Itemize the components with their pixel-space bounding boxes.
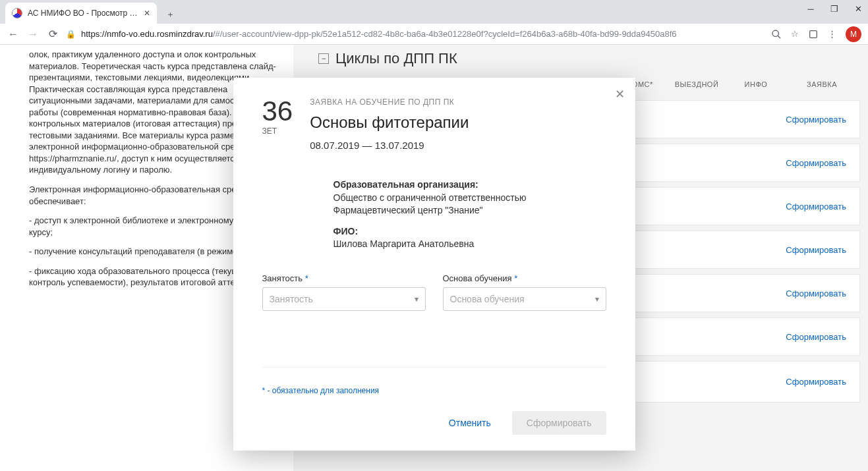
modal-head: ЗАЯВКА НА ОБУЧЕНИЕ ПО ДПП ПК Основы фито… [310,97,606,151]
org-value: Общество с ограниченной ответственностью… [333,192,606,217]
chevron-down-icon: ▾ [595,294,599,304]
tab-bar: АС НМИФО ВО - Просмотр ДП ✕ ＋ [0,0,868,24]
svg-line-1 [778,36,780,38]
close-icon[interactable]: ✕ [615,87,625,101]
url-host: https://nmfo-vo.edu.rosminzdrav.ru [81,29,213,39]
svg-point-0 [772,30,778,36]
url-path: /#/user-account/view-dpp-pk/52e1a512-cd8… [213,29,677,39]
close-window-icon[interactable]: ✕ [852,4,864,14]
form-link[interactable]: Сформировать [786,289,846,298]
lock-icon: 🔒 [66,30,76,39]
page: олок, практикум удаленного доступа и оло… [0,45,868,471]
modal-header: 36 ЗЕТ ЗАЯВКА НА ОБУЧЕНИЕ ПО ДПП ПК Осно… [262,97,606,151]
basis-placeholder: Основа обучения [450,294,525,304]
basis-field: Основа обучения * Основа обучения ▾ [443,273,606,311]
forward-icon[interactable]: → [26,28,40,40]
col-out: ВЫЕЗДНОЙ [670,80,723,88]
back-icon[interactable]: ← [7,28,20,40]
modal-actions: Отменить Сформировать [262,411,606,435]
col-info: ИНФО [736,80,776,88]
modal-title: Основы фитотерапии [310,113,606,132]
minimize-icon[interactable]: ─ [805,4,817,14]
url-box[interactable]: 🔒 https://nmfo-vo.edu.rosminzdrav.ru/#/u… [66,29,765,39]
zet-block: 36 ЗЕТ [262,97,293,151]
tab-close-icon[interactable]: ✕ [144,9,150,18]
reload-icon[interactable]: ⟳ [46,28,59,40]
window-controls: ─ ❐ ✕ [805,4,864,14]
avatar[interactable]: М [846,26,861,42]
employment-select[interactable]: Занятость ▾ [262,287,426,311]
form-link[interactable]: Сформировать [786,115,846,125]
required-note: * - обязательно для заполнения [262,347,606,395]
zoom-icon[interactable] [771,28,782,40]
col-app: ЗАЯВКА [789,80,855,88]
submit-button[interactable]: Сформировать [512,411,606,435]
form-link[interactable]: Сформировать [786,202,846,211]
tab-title: АС НМИФО ВО - Просмотр ДП [28,9,138,18]
basis-label: Основа обучения * [443,273,606,283]
extension-icon[interactable] [808,28,819,40]
form-link[interactable]: Сформировать [786,377,846,387]
svg-rect-2 [810,30,817,38]
bookmark-icon[interactable]: ☆ [791,29,799,39]
modal-info: Образовательная организация: Общество с … [333,171,606,251]
fio-value: Шилова Маргарита Анатольевна [333,238,606,251]
maximize-icon[interactable]: ❐ [828,4,840,14]
cancel-button[interactable]: Отменить [440,411,500,435]
section-header: − Циклы по ДПП ПК [293,50,868,67]
collapse-icon[interactable]: − [318,53,329,64]
favicon-icon [12,8,22,18]
fio-label: ФИО: [333,225,606,238]
zet-label: ЗЕТ [262,126,293,136]
form-link[interactable]: Сформировать [786,245,846,255]
new-tab-button[interactable]: ＋ [161,5,179,24]
menu-icon[interactable]: ⋮ [828,29,836,39]
application-modal: ✕ 36 ЗЕТ ЗАЯВКА НА ОБУЧЕНИЕ ПО ДПП ПК Ос… [233,78,635,451]
form-row: Занятость * Занятость ▾ Основа обучения … [262,273,606,311]
employment-field: Занятость * Занятость ▾ [262,273,426,311]
browser-chrome: ─ ❐ ✕ АС НМИФО ВО - Просмотр ДП ✕ ＋ ← → … [0,0,868,45]
modal-subtitle: ЗАЯВКА НА ОБУЧЕНИЕ ПО ДПП ПК [310,97,606,107]
modal-dates: 08.07.2019 — 13.07.2019 [310,140,606,151]
employment-label: Занятость * [262,273,426,283]
employment-placeholder: Занятость [270,294,313,304]
browser-tab[interactable]: АС НМИФО ВО - Просмотр ДП ✕ [5,3,157,24]
toolbar-right: ☆ ⋮ М [771,26,861,42]
address-bar: ← → ⟳ 🔒 https://nmfo-vo.edu.rosminzdrav.… [0,24,868,45]
form-link[interactable]: Сформировать [786,158,846,168]
org-label: Образовательная организация: [333,179,606,192]
chevron-down-icon: ▾ [415,294,419,304]
form-link[interactable]: Сформировать [786,332,846,342]
zet-value: 36 [262,97,293,125]
section-title: Циклы по ДПП ПК [335,50,457,67]
basis-select[interactable]: Основа обучения ▾ [443,287,606,311]
